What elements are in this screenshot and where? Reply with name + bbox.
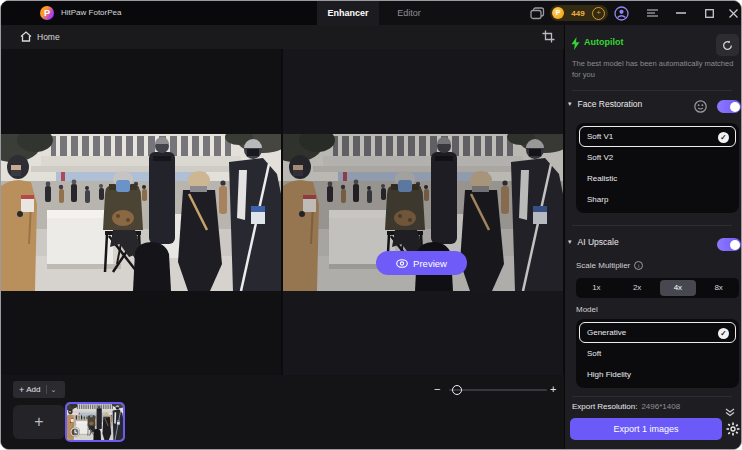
option-soft-v2[interactable]: Soft V2 <box>579 147 736 168</box>
option-label: Soft V1 <box>587 126 613 147</box>
check-icon: ✓ <box>718 328 729 339</box>
zoom-slider-handle[interactable] <box>452 385 462 395</box>
maximize-icon[interactable] <box>699 1 719 25</box>
preview-button[interactable]: Preview <box>376 251 467 275</box>
face-restoration-header[interactable]: ▾ Face Restoration <box>568 99 642 109</box>
refresh-button[interactable] <box>716 34 739 56</box>
scale-4x[interactable]: 4x <box>660 280 697 296</box>
before-image <box>1 134 281 291</box>
history-icon <box>70 427 80 437</box>
ai-upscale-header[interactable]: ▾ AI Upscale <box>568 237 619 247</box>
expand-chevrons-icon[interactable] <box>725 403 735 421</box>
check-icon: ✓ <box>718 132 729 143</box>
home-icon[interactable] <box>20 31 32 42</box>
zoom-in-button[interactable]: + <box>550 382 556 396</box>
divider <box>572 225 732 226</box>
close-icon[interactable] <box>723 1 742 25</box>
export-resolution-value: 2496*1408 <box>641 402 680 411</box>
tab-editor[interactable]: Editor <box>379 1 439 25</box>
scale-multiplier-text: Scale Multiplier <box>576 261 630 270</box>
account-icon[interactable] <box>611 1 631 25</box>
option-label: Soft <box>587 343 601 364</box>
zoom-slider-track[interactable] <box>449 389 547 391</box>
face-icon <box>694 99 707 117</box>
add-image-tile[interactable]: + <box>13 405 65 439</box>
option-high-fidelity[interactable]: High Fidelity <box>579 364 736 385</box>
option-label: Generative <box>587 322 626 343</box>
refresh-icon <box>722 40 733 51</box>
home-label[interactable]: Home <box>37 25 60 49</box>
option-label: Realistic <box>587 168 617 189</box>
app-title: HitPaw FotorPea <box>61 1 121 25</box>
preview-label: Preview <box>413 258 447 269</box>
option-label: Sharp <box>587 189 608 210</box>
divider <box>572 90 732 91</box>
scale-2x[interactable]: 2x <box>619 280 656 296</box>
scale-8x[interactable]: 8x <box>700 280 737 296</box>
option-soft[interactable]: Soft <box>579 343 736 364</box>
title-bar: P HitPaw FotorPea Enhancer Editor P 449 … <box>1 1 741 25</box>
image-thumbnail[interactable] <box>65 402 125 442</box>
credits-count: 449 <box>564 9 592 18</box>
add-credits-icon[interactable]: + <box>592 7 605 20</box>
plus-icon: + <box>19 385 24 395</box>
scale-multiplier-segment: 1x 2x 4x 8x <box>576 278 739 298</box>
caret-down-icon[interactable]: ▾ <box>568 238 572 246</box>
toggle-knob <box>730 102 740 112</box>
settings-gear-icon[interactable] <box>726 422 740 440</box>
bottom-toolbar: + Add ⌄ − + + <box>1 375 564 450</box>
option-generative[interactable]: Generative ✓ <box>579 322 736 343</box>
coin-icon: P <box>552 7 564 19</box>
app-window: P HitPaw FotorPea Enhancer Editor P 449 … <box>0 0 742 450</box>
tab-enhancer[interactable]: Enhancer <box>317 1 379 25</box>
face-restoration-options: Soft V1 ✓ Soft V2 Realistic Sharp <box>576 123 739 213</box>
add-button-label: Add <box>26 385 40 394</box>
before-image-panel <box>1 49 281 375</box>
scale-multiplier-label: Scale Multiplier i <box>576 261 643 270</box>
autopilot-bolt-icon <box>571 36 580 54</box>
scale-1x[interactable]: 1x <box>578 280 615 296</box>
export-resolution-row: Export Resolution: 2496*1408 <box>572 402 739 411</box>
sidebar: Autopilot The best model has been automa… <box>564 25 742 450</box>
model-label: Model <box>576 305 598 314</box>
eye-icon <box>396 259 408 268</box>
zoom-out-button[interactable]: − <box>434 382 440 396</box>
option-label: Soft V2 <box>587 147 613 168</box>
credits-badge[interactable]: P 449 + <box>550 5 608 21</box>
divider <box>572 396 732 397</box>
ai-upscale-title: AI Upscale <box>578 237 619 247</box>
image-canvas: Preview Before: 624*352 <box>1 49 564 375</box>
after-image-panel <box>283 49 563 375</box>
add-button-divider <box>46 385 47 394</box>
option-label: High Fidelity <box>587 364 631 385</box>
menu-icon[interactable] <box>643 1 661 25</box>
caret-down-icon[interactable]: ▾ <box>568 100 572 108</box>
toggle-knob <box>730 240 740 250</box>
minimize-icon[interactable] <box>671 1 691 25</box>
info-icon[interactable]: i <box>634 261 643 270</box>
screens-icon[interactable] <box>527 1 547 25</box>
home-bar: Home <box>1 25 564 50</box>
ai-upscale-toggle[interactable] <box>717 238 741 251</box>
export-resolution-label: Export Resolution: <box>572 402 637 411</box>
add-button[interactable]: + Add ⌄ <box>13 381 65 398</box>
title-bar-left: P HitPaw FotorPea <box>1 1 317 25</box>
autopilot-description: The best model has been automatically ma… <box>572 58 734 80</box>
fit-view-icon[interactable] <box>542 30 555 43</box>
option-realistic[interactable]: Realistic <box>579 168 736 189</box>
hitpaw-logo-icon: P <box>40 6 54 20</box>
face-restoration-toggle[interactable] <box>717 100 741 113</box>
chevron-down-icon[interactable]: ⌄ <box>51 386 57 394</box>
autopilot-title: Autopilot <box>584 37 624 47</box>
face-restoration-title: Face Restoration <box>578 99 643 109</box>
export-button[interactable]: Export 1 images <box>570 418 722 440</box>
option-soft-v1[interactable]: Soft V1 ✓ <box>579 126 736 147</box>
model-label-text: Model <box>576 305 598 314</box>
option-sharp[interactable]: Sharp <box>579 189 736 210</box>
model-options: Generative ✓ Soft High Fidelity <box>576 319 739 388</box>
